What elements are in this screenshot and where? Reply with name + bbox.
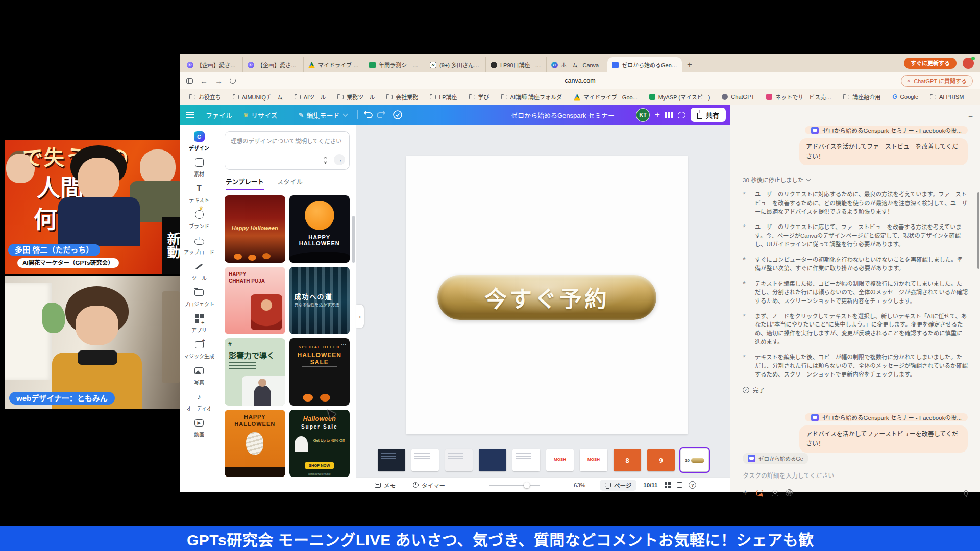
task-pill[interactable]: ゼロから始めるGenspark セミナー - Facebookの投...	[805, 413, 968, 421]
template-seikou[interactable]: 成功への道異なる個性を活かす方法	[289, 267, 350, 334]
bookmark-kaisha[interactable]: 会社業務	[386, 93, 418, 101]
back-icon[interactable]: ←	[200, 77, 208, 85]
share-button[interactable]: 共有	[691, 108, 726, 122]
bookmark-net-service[interactable]: ネットでサービス売…	[766, 93, 831, 101]
tab-canva-home[interactable]: Cホーム - Canva	[547, 57, 607, 72]
bookmark-aiprism[interactable]: AI PRISM	[930, 94, 964, 100]
template-super-sale[interactable]: HalloweenSuper SaleGet Up to 40% OffSHOP…	[289, 410, 350, 477]
redo-icon[interactable]	[376, 111, 385, 119]
bookmark-aimuniq[interactable]: AIMUNIQチーム	[233, 93, 283, 101]
computer-use-icon[interactable]	[756, 490, 763, 496]
sidebar-item-projects[interactable]: プロジェクト	[184, 287, 214, 308]
new-tab-button[interactable]: +	[682, 57, 697, 72]
insights-icon[interactable]	[665, 112, 673, 118]
bookmark-aitools[interactable]: AIツール	[295, 93, 326, 101]
zoom-level[interactable]: 63%	[574, 482, 585, 488]
bookmark-koushi[interactable]: AI講師 講座フォルダ	[501, 93, 562, 101]
close-icon[interactable]: ×	[907, 78, 910, 84]
sidebar-item-photos[interactable]: 写真	[194, 365, 205, 386]
pages-view-button[interactable]: ページ	[600, 480, 636, 491]
collaborator-avatar[interactable]: KT	[636, 108, 650, 122]
template-eikyoryoku[interactable]: #影響力で導く	[225, 338, 285, 406]
tab-lp90[interactable]: LP90日講座 - ○4期生	[486, 57, 547, 72]
sidebar-item-brand[interactable]: ♛ブランド	[189, 209, 209, 230]
tab-mydrive[interactable]: マイドライブ - Google	[304, 57, 364, 72]
sidebar-item-magic[interactable]: マジック生成	[184, 339, 214, 360]
page-thumb-10-current[interactable]: 10	[681, 449, 708, 471]
web-selector[interactable]	[786, 489, 792, 496]
bookmark-chatgpt[interactable]: ChatGPT	[722, 94, 754, 100]
page-thumb-2[interactable]	[411, 449, 439, 471]
bookmark-drive[interactable]: マイドライブ - Goo...	[574, 93, 638, 101]
file-menu[interactable]: ファイル	[202, 110, 236, 120]
tab-notion[interactable]: N(9+) 多田さんの専用カ	[425, 57, 486, 72]
side-panel-icon[interactable]	[186, 78, 193, 84]
sidebar-item-video[interactable]: ▶動画	[194, 417, 205, 438]
sidebar-item-apps[interactable]: アプリ	[191, 313, 207, 334]
ask-chatgpt-button[interactable]: × ChatGPT に質問する	[901, 75, 973, 87]
fullscreen-icon[interactable]	[677, 482, 682, 488]
zoom-slider-knob[interactable]	[524, 482, 530, 488]
page-thumb-8[interactable]: 8	[614, 449, 641, 471]
template-halloween-sale[interactable]: ...SPECIAL OFFERHALLOWEEN SALE	[289, 338, 350, 406]
sidebar-item-audio[interactable]: ♪オーディオ	[186, 391, 211, 412]
edit-mode-menu[interactable]: ✎編集モード	[295, 110, 352, 120]
tab-templates[interactable]: テンプレート	[226, 177, 264, 190]
page-thumb-4[interactable]	[479, 449, 506, 471]
send-prompt-button[interactable]: →	[334, 154, 345, 165]
help-button[interactable]: ?	[689, 481, 696, 489]
page-thumb-9[interactable]: 9	[647, 449, 675, 471]
grid-view-icon[interactable]	[665, 482, 671, 488]
template-halloween-moon[interactable]: HAPPY HALLOWEEN	[289, 195, 350, 263]
page-thumb-3[interactable]	[445, 449, 473, 471]
minimize-icon[interactable]: −	[968, 112, 973, 120]
tab-styles[interactable]: スタイル	[277, 177, 303, 190]
mic-button[interactable]	[320, 154, 331, 165]
tab-genspark-active[interactable]: ゼロから始めるGensp	[607, 57, 682, 72]
sidebar-item-uploads[interactable]: アップロード	[184, 235, 214, 256]
bookmark-myasp[interactable]: MyASP (マイスピー)	[649, 93, 710, 101]
bookmark-lp[interactable]: LP講座	[430, 93, 457, 101]
template-halloween-curtain[interactable]: Happy Halloween	[225, 195, 285, 263]
menu-icon[interactable]	[186, 112, 194, 118]
bookmark-google[interactable]: GGoogle	[892, 93, 918, 101]
collapse-panel-handle[interactable]: ‹	[356, 305, 364, 328]
design-title[interactable]: ゼロから始めるGenspark セミナー	[511, 110, 615, 120]
context-chip[interactable]: ゼロから始めるGe	[743, 453, 808, 464]
bookmark-manabi[interactable]: 学び	[469, 93, 489, 101]
profile-avatar[interactable]	[963, 58, 974, 69]
timer-button[interactable]: タイマー	[413, 481, 445, 489]
task-input[interactable]: タスクの詳細を入力してください	[743, 471, 968, 480]
tab-aisare-2[interactable]: C【企画】愛されAI講師ア	[243, 57, 304, 72]
design-page[interactable]: 今すぐ予約	[406, 156, 688, 434]
add-collaborator-button[interactable]: +	[655, 110, 660, 120]
page-thumb-1[interactable]	[378, 449, 405, 471]
zoom-slider[interactable]	[489, 485, 540, 486]
bookmark-oyakudachi[interactable]: お役立ち	[189, 93, 221, 101]
stopped-notice[interactable]: 30 秒後に停止しました	[743, 176, 968, 184]
page-thumb-7[interactable]: MOSH	[580, 449, 607, 471]
notes-button[interactable]: メモ	[375, 481, 396, 489]
cta-gold-button[interactable]: 今すぐ予約	[437, 275, 656, 320]
chat-scrollbar[interactable]	[977, 192, 979, 269]
task-pill[interactable]: ゼロから始めるGenspark セミナー - Facebookの投...	[805, 126, 968, 134]
page-thumb-5[interactable]	[512, 449, 540, 471]
sidebar-item-text[interactable]: Tテキスト	[189, 183, 209, 204]
attach-button[interactable]: +	[743, 488, 748, 498]
sidebar-item-elements[interactable]: 素材	[194, 157, 205, 178]
undo-icon[interactable]	[364, 111, 373, 119]
template-chhath-puja[interactable]: HAPPYCHHATH PUJA	[225, 267, 285, 334]
model-selector[interactable]	[772, 490, 777, 496]
tab-sheet[interactable]: 年間予測シート AIMUI	[364, 57, 425, 72]
sidebar-item-tools[interactable]: ツール	[191, 261, 207, 282]
forward-icon[interactable]: →	[215, 77, 223, 85]
page-thumb-6[interactable]: MOSH	[546, 449, 574, 471]
bookmark-kouza[interactable]: 講座紹介用	[843, 93, 880, 101]
resize-menu[interactable]: ♛リサイズ	[239, 110, 282, 120]
comment-icon[interactable]	[678, 112, 685, 118]
tab-aisare-1[interactable]: C【企画】愛されAI講師ア	[182, 57, 243, 72]
voice-input-button[interactable]	[964, 490, 968, 496]
panel-scrollbar[interactable]	[352, 216, 355, 263]
sidebar-item-design[interactable]: Cデザイン	[189, 131, 209, 152]
design-prompt-input[interactable]: 理想のデザインについて説明してください →	[225, 131, 350, 170]
